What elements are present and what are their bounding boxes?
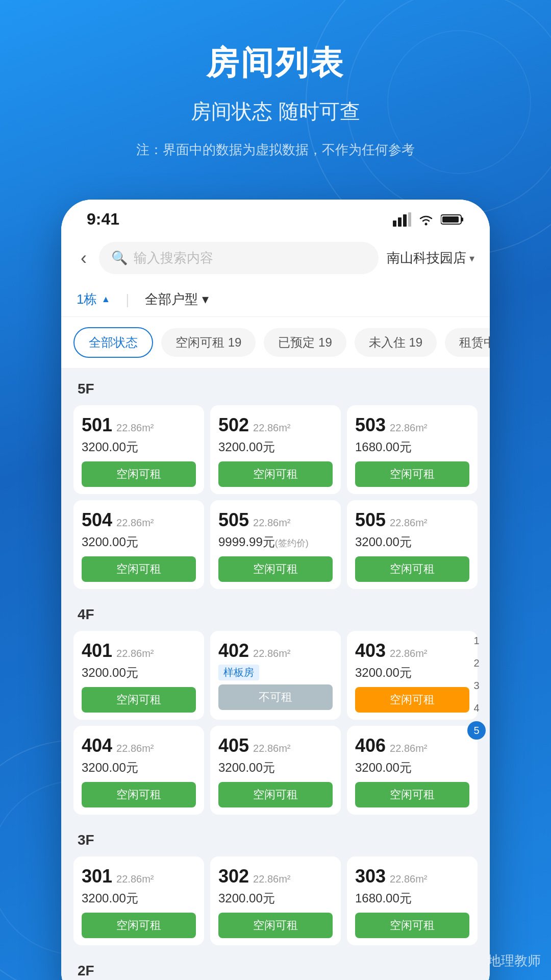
- room-area-403: 22.86m²: [390, 648, 427, 659]
- room-status-btn-502[interactable]: 空闲可租: [218, 461, 333, 487]
- room-area-505b: 22.86m²: [390, 517, 427, 529]
- room-status-btn-404[interactable]: 空闲可租: [82, 782, 196, 807]
- page-subtitle: 房间状态 随时可查: [20, 97, 531, 126]
- tab-reserved[interactable]: 已预定 19: [264, 328, 346, 357]
- room-type-arrow-icon: ▾: [202, 291, 209, 307]
- room-status-btn-301[interactable]: 空闲可租: [82, 913, 196, 938]
- room-status-btn-406[interactable]: 空闲可租: [355, 782, 469, 807]
- room-area-302: 22.86m²: [253, 873, 290, 885]
- room-status-btn-405[interactable]: 空闲可租: [218, 782, 333, 807]
- room-price-505b: 3200.00元: [355, 534, 469, 550]
- status-bar: 9:41: [61, 200, 490, 234]
- tab-idle[interactable]: 空闲可租 19: [161, 328, 256, 357]
- room-number-401: 401: [82, 640, 112, 662]
- floor-nav-3[interactable]: 3: [467, 676, 486, 695]
- svg-rect-7: [403, 214, 407, 227]
- room-number-406: 406: [355, 735, 386, 756]
- room-area-501: 22.86m²: [116, 422, 154, 434]
- room-status-btn-505b[interactable]: 空闲可租: [355, 556, 469, 582]
- header-section: 房间列表 房间状态 随时可查 注：界面中的数据为虚拟数据，不作为任何参考: [0, 0, 551, 179]
- room-number-502: 502: [218, 414, 249, 436]
- room-number-302: 302: [218, 866, 249, 887]
- room-card-501[interactable]: 501 22.86m² 3200.00元 空闲可租: [73, 405, 204, 494]
- room-type-filter[interactable]: 全部户型 ▾: [145, 290, 209, 308]
- room-card-301[interactable]: 301 22.86m² 3200.00元 空闲可租: [73, 856, 204, 945]
- room-number-405: 405: [218, 735, 249, 756]
- room-price-303: 1680.00元: [355, 890, 469, 906]
- svg-point-9: [425, 223, 428, 225]
- room-area-504: 22.86m²: [116, 517, 154, 529]
- tab-renting[interactable]: 租赁中: [445, 328, 490, 357]
- floor-nav-4[interactable]: 4: [467, 699, 486, 717]
- svg-rect-11: [461, 217, 463, 222]
- room-type-label: 全部户型: [145, 290, 198, 308]
- room-number-501: 501: [82, 414, 112, 436]
- room-number-403: 403: [355, 640, 386, 662]
- room-card-505a[interactable]: 505 22.86m² 9999.99元(签约价) 空闲可租: [210, 500, 341, 589]
- room-status-btn-503[interactable]: 空闲可租: [355, 461, 469, 487]
- room-price-501: 3200.00元: [82, 439, 196, 455]
- filter-separator: |: [126, 291, 129, 308]
- floor-nav-2[interactable]: 2: [467, 654, 486, 672]
- building-filter[interactable]: 1栋 ▲: [77, 290, 110, 308]
- wifi-icon: [417, 212, 435, 227]
- room-status-btn-403[interactable]: 空闲可租: [355, 687, 469, 713]
- status-icons: [393, 212, 464, 227]
- signal-icon: [393, 212, 411, 227]
- room-card-505b[interactable]: 505 22.86m² 3200.00元 空闲可租: [347, 500, 478, 589]
- room-status-btn-505a[interactable]: 空闲可租: [218, 556, 333, 582]
- room-price-505a: 9999.99元(签约价): [218, 534, 333, 550]
- back-button[interactable]: ‹: [77, 243, 91, 273]
- search-box[interactable]: 🔍 输入搜索内容: [99, 242, 379, 274]
- room-status-btn-501[interactable]: 空闲可租: [82, 461, 196, 487]
- room-card-403[interactable]: 403 22.86m² 3200.00元 空闲可租: [347, 631, 478, 720]
- room-area-404: 22.86m²: [116, 743, 154, 754]
- page-title: 房间列表: [20, 41, 531, 85]
- floor-4f: 4F 401 22.86m² 3200.00元 空闲可租 40: [61, 594, 490, 820]
- room-status-btn-401[interactable]: 空闲可租: [82, 687, 196, 713]
- battery-icon: [441, 213, 464, 226]
- room-card-401[interactable]: 401 22.86m² 3200.00元 空闲可租: [73, 631, 204, 720]
- room-status-btn-302[interactable]: 空闲可租: [218, 913, 333, 938]
- room-status-btn-402[interactable]: 不可租: [218, 684, 333, 710]
- room-area-303: 22.86m²: [390, 873, 427, 885]
- header-note: 注：界面中的数据为虚拟数据，不作为任何参考: [20, 141, 531, 159]
- floor-nav-5[interactable]: 5: [467, 721, 486, 740]
- room-price-301: 3200.00元: [82, 890, 196, 906]
- floor-nav-1[interactable]: 1: [467, 631, 486, 650]
- room-card-503[interactable]: 503 22.86m² 1680.00元 空闲可租: [347, 405, 478, 494]
- tab-all-status[interactable]: 全部状态: [73, 327, 153, 358]
- store-arrow-icon: ▾: [469, 252, 474, 264]
- room-card-502[interactable]: 502 22.86m² 3200.00元 空闲可租: [210, 405, 341, 494]
- room-price-504: 3200.00元: [82, 534, 196, 550]
- phone-mockup: 9:41: [61, 200, 490, 980]
- room-card-404[interactable]: 404 22.86m² 3200.00元 空闲可租: [73, 726, 204, 815]
- room-card-402[interactable]: 402 22.86m² 样板房 不可租: [210, 631, 341, 720]
- phone-inner: 9:41: [61, 200, 490, 980]
- room-card-406[interactable]: 406 22.86m² 3200.00元 空闲可租: [347, 726, 478, 815]
- floor-2f-partial: 2F: [61, 950, 490, 980]
- room-price-405: 3200.00元: [218, 760, 333, 776]
- svg-rect-6: [398, 217, 402, 227]
- tab-not-checked-in[interactable]: 未入住 19: [355, 328, 437, 357]
- room-card-504[interactable]: 504 22.86m² 3200.00元 空闲可租: [73, 500, 204, 589]
- room-price-406: 3200.00元: [355, 760, 469, 776]
- room-number-301: 301: [82, 866, 112, 887]
- floor-3f: 3F 301 22.86m² 3200.00元 空闲可租 30: [61, 820, 490, 950]
- store-selector[interactable]: 南山科技园店 ▾: [387, 249, 474, 267]
- floor-4f-grid: 401 22.86m² 3200.00元 空闲可租 402 22.86m² 样板…: [71, 631, 480, 815]
- room-number-404: 404: [82, 735, 112, 756]
- room-status-btn-303[interactable]: 空闲可租: [355, 913, 469, 938]
- room-card-405[interactable]: 405 22.86m² 3200.00元 空闲可租: [210, 726, 341, 815]
- room-status-btn-504[interactable]: 空闲可租: [82, 556, 196, 582]
- floor-2f-label: 2F: [71, 950, 480, 980]
- floor-4f-label: 4F: [71, 594, 480, 631]
- room-card-302[interactable]: 302 22.86m² 3200.00元 空闲可租: [210, 856, 341, 945]
- watermark: 地理教师: [488, 952, 541, 970]
- room-area-301: 22.86m²: [116, 873, 154, 885]
- room-area-402: 22.86m²: [253, 648, 290, 659]
- status-time: 9:41: [87, 210, 119, 229]
- room-area-505a: 22.86m²: [253, 517, 290, 529]
- room-card-303[interactable]: 303 22.86m² 1680.00元 空闲可租: [347, 856, 478, 945]
- floor-nav: 1 2 3 4 5: [467, 631, 486, 740]
